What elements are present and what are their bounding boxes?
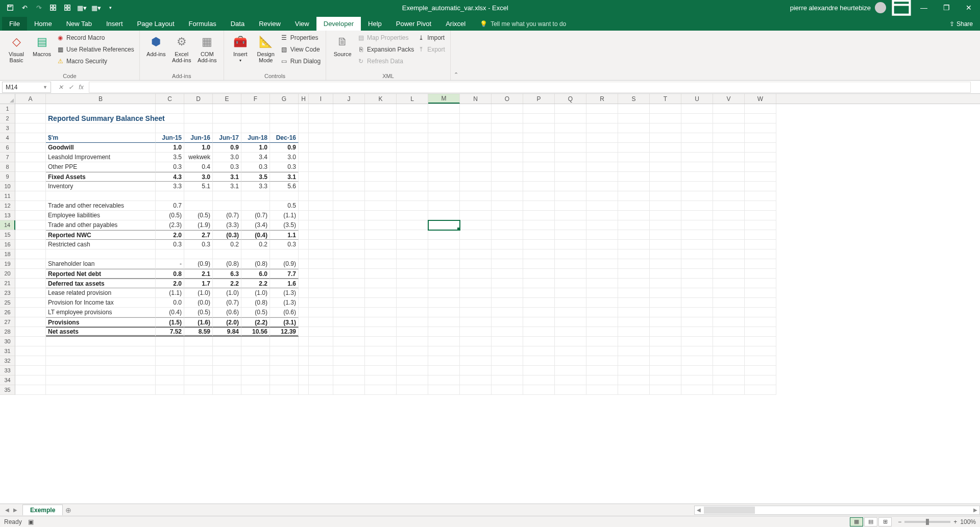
cell-E4[interactable]: Jun-17 bbox=[213, 133, 241, 143]
cell-M21[interactable] bbox=[428, 279, 460, 288]
cell-I19[interactable] bbox=[309, 259, 333, 269]
cell-L4[interactable] bbox=[397, 133, 428, 143]
qat-btn-3[interactable]: ▦▾ bbox=[76, 2, 88, 14]
cell-I3[interactable] bbox=[309, 123, 333, 133]
cell-P13[interactable] bbox=[523, 211, 555, 220]
cell-F16[interactable]: 0.2 bbox=[241, 240, 270, 249]
cell-E26[interactable]: (0.6) bbox=[213, 308, 241, 317]
row-header[interactable]: 28 bbox=[0, 327, 15, 337]
scroll-left-icon[interactable]: ◀ bbox=[695, 507, 703, 513]
cell-Q20[interactable] bbox=[555, 269, 586, 279]
cell-I23[interactable] bbox=[309, 288, 333, 298]
cell-S9[interactable] bbox=[618, 172, 650, 182]
cell-U3[interactable] bbox=[681, 123, 713, 133]
cell-M15[interactable] bbox=[428, 230, 460, 240]
cell-H3[interactable] bbox=[299, 123, 309, 133]
cell-C13[interactable]: (0.5) bbox=[156, 211, 184, 220]
cell-O3[interactable] bbox=[492, 123, 523, 133]
cell-D1[interactable] bbox=[184, 104, 213, 114]
cell-T10[interactable] bbox=[650, 182, 681, 191]
cell-C15[interactable]: 2.0 bbox=[156, 230, 184, 240]
cell-L15[interactable] bbox=[397, 230, 428, 240]
cell-U8[interactable] bbox=[681, 162, 713, 172]
cell-V27[interactable] bbox=[713, 317, 745, 327]
cell-T2[interactable] bbox=[650, 114, 681, 123]
cell-F27[interactable]: (2.2) bbox=[241, 317, 270, 327]
cell-H34[interactable] bbox=[299, 375, 309, 385]
cell-S19[interactable] bbox=[618, 259, 650, 269]
cell-F23[interactable]: (1.0) bbox=[241, 288, 270, 298]
cell-M33[interactable] bbox=[428, 366, 460, 375]
cell-T21[interactable] bbox=[650, 279, 681, 288]
cell-O6[interactable] bbox=[492, 143, 523, 153]
cell-V30[interactable] bbox=[713, 337, 745, 346]
cell-W12[interactable] bbox=[745, 201, 776, 211]
cell-M12[interactable] bbox=[428, 201, 460, 211]
cell-K32[interactable] bbox=[365, 356, 397, 366]
cell-I25[interactable] bbox=[309, 298, 333, 308]
cell-L25[interactable] bbox=[397, 298, 428, 308]
cell-R3[interactable] bbox=[586, 123, 618, 133]
cell-D14[interactable]: (1.9) bbox=[184, 220, 213, 230]
cell-J23[interactable] bbox=[333, 288, 365, 298]
cell-A10[interactable] bbox=[15, 182, 46, 191]
cell-D6[interactable]: 1.0 bbox=[184, 143, 213, 153]
cell-B4[interactable]: $'m bbox=[46, 133, 156, 143]
normal-view-icon[interactable]: ▦ bbox=[850, 517, 863, 526]
col-header-I[interactable]: I bbox=[309, 94, 333, 104]
run-dialog-button[interactable]: ▭Run Dialog bbox=[280, 56, 321, 66]
cell-W32[interactable] bbox=[745, 356, 776, 366]
cell-O15[interactable] bbox=[492, 230, 523, 240]
cell-L23[interactable] bbox=[397, 288, 428, 298]
cell-W1[interactable] bbox=[745, 104, 776, 114]
cell-R18[interactable] bbox=[586, 249, 618, 259]
cell-V18[interactable] bbox=[713, 249, 745, 259]
row-header[interactable]: 12 bbox=[0, 201, 15, 211]
cell-J11[interactable] bbox=[333, 191, 365, 201]
cell-T34[interactable] bbox=[650, 375, 681, 385]
cell-L34[interactable] bbox=[397, 375, 428, 385]
cell-K33[interactable] bbox=[365, 366, 397, 375]
cell-U18[interactable] bbox=[681, 249, 713, 259]
cell-M30[interactable] bbox=[428, 337, 460, 346]
tab-formulas[interactable]: Formulas bbox=[182, 17, 224, 31]
cell-H14[interactable] bbox=[299, 220, 309, 230]
cell-T9[interactable] bbox=[650, 172, 681, 182]
cell-B21[interactable]: Deferred tax assets bbox=[46, 279, 156, 288]
cell-B26[interactable]: LT employee provisions bbox=[46, 308, 156, 317]
cell-K13[interactable] bbox=[365, 211, 397, 220]
cell-W27[interactable] bbox=[745, 317, 776, 327]
cell-S33[interactable] bbox=[618, 366, 650, 375]
cell-D11[interactable] bbox=[184, 191, 213, 201]
cell-N33[interactable] bbox=[460, 366, 492, 375]
cell-V11[interactable] bbox=[713, 191, 745, 201]
cell-B33[interactable] bbox=[46, 366, 156, 375]
cell-H11[interactable] bbox=[299, 191, 309, 201]
cell-A15[interactable] bbox=[15, 230, 46, 240]
cell-Q35[interactable] bbox=[555, 385, 586, 395]
col-header-U[interactable]: U bbox=[681, 94, 713, 104]
cell-S4[interactable] bbox=[618, 133, 650, 143]
cell-K9[interactable] bbox=[365, 172, 397, 182]
cell-B2[interactable]: Reported Summary Balance Sheet bbox=[46, 114, 156, 123]
new-sheet-icon[interactable]: ⊕ bbox=[63, 506, 74, 514]
cell-T26[interactable] bbox=[650, 308, 681, 317]
cell-P3[interactable] bbox=[523, 123, 555, 133]
cell-J10[interactable] bbox=[333, 182, 365, 191]
cell-E9[interactable]: 3.1 bbox=[213, 172, 241, 182]
cell-N26[interactable] bbox=[460, 308, 492, 317]
cell-J34[interactable] bbox=[333, 375, 365, 385]
cell-P19[interactable] bbox=[523, 259, 555, 269]
cell-T7[interactable] bbox=[650, 153, 681, 162]
cell-G32[interactable] bbox=[270, 356, 299, 366]
tab-file[interactable]: File bbox=[2, 17, 27, 31]
cell-Q33[interactable] bbox=[555, 366, 586, 375]
cell-Q25[interactable] bbox=[555, 298, 586, 308]
cell-L21[interactable] bbox=[397, 279, 428, 288]
cell-O12[interactable] bbox=[492, 201, 523, 211]
cell-N19[interactable] bbox=[460, 259, 492, 269]
cell-K6[interactable] bbox=[365, 143, 397, 153]
cell-E32[interactable] bbox=[213, 356, 241, 366]
properties-button[interactable]: ☰Properties bbox=[280, 33, 321, 43]
com-addins-button[interactable]: ▦COM Add-ins bbox=[196, 33, 218, 64]
